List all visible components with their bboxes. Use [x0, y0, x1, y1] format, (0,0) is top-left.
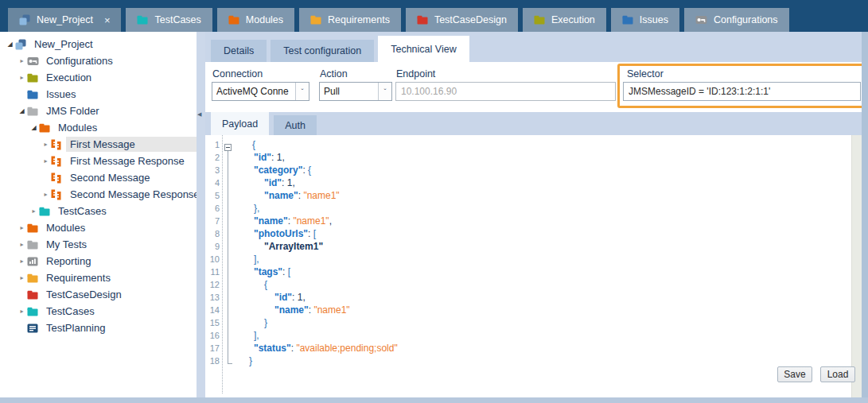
- top-tab-new-project[interactable]: New_Project×: [8, 8, 121, 32]
- code-line[interactable]: "name": "name1": [222, 304, 850, 316]
- code-line[interactable]: }: [222, 316, 850, 329]
- code-line[interactable]: },: [222, 202, 850, 215]
- code-token: }: [264, 317, 267, 328]
- tree-item-second-message-response[interactable]: ▸Second Message Response: [0, 186, 197, 203]
- code-line[interactable]: "status": "available;pending;sold": [222, 342, 850, 355]
- code-line[interactable]: {: [222, 278, 850, 291]
- code-line[interactable]: "category": {: [222, 164, 850, 176]
- payload-code-editor[interactable]: 123456789101112131415161718 {"id": 1,"ca…: [205, 135, 862, 397]
- connection-select[interactable]: ActiveMQ Conne ˇ: [212, 82, 309, 101]
- top-tab-execution[interactable]: Execution: [523, 8, 606, 32]
- collapse-panel-icon[interactable]: ◀: [197, 111, 201, 118]
- tree-collapsed-arrow-icon[interactable]: ▸: [17, 308, 27, 315]
- vertical-scrollbar[interactable]: [851, 135, 862, 397]
- tree-item-first-message[interactable]: ▸First Message: [0, 136, 197, 153]
- tree-item-label: Requirements: [42, 270, 197, 285]
- panel-splitter[interactable]: ◀: [197, 32, 205, 397]
- top-tab-testcasedesign[interactable]: TestCaseDesign: [406, 8, 518, 32]
- tree-collapsed-arrow-icon[interactable]: ▸: [17, 74, 27, 81]
- tree-expanded-arrow-icon[interactable]: ◢: [29, 124, 39, 131]
- code-line[interactable]: "name": "name1",: [222, 215, 850, 227]
- code-line[interactable]: "name": "name1": [222, 189, 850, 202]
- tree-item-configurations[interactable]: ▸Configurations: [0, 52, 197, 69]
- tree-expanded-arrow-icon[interactable]: ◢: [17, 107, 27, 114]
- top-tab-label: Requirements: [328, 14, 390, 25]
- tab-technical-view[interactable]: Technical View: [378, 36, 469, 62]
- tree-item-issues[interactable]: Issues: [0, 86, 197, 103]
- tree-item-my-tests[interactable]: ▸My Tests: [0, 236, 197, 253]
- chevron-down-icon[interactable]: ˇ: [378, 83, 391, 100]
- code-token: :: [271, 152, 277, 163]
- tree-item-modules[interactable]: ◢Modules: [0, 119, 197, 136]
- module-icon: [51, 139, 66, 150]
- top-tab-label: New_Project: [37, 14, 93, 25]
- code-line[interactable]: }: [222, 355, 850, 367]
- tree-item-label: Modules: [54, 120, 197, 135]
- endpoint-input[interactable]: [395, 82, 616, 101]
- top-tab-requirements[interactable]: Requirements: [299, 8, 401, 32]
- code-line[interactable]: "ArrayItem1": [222, 240, 850, 253]
- line-number: 17: [205, 342, 220, 355]
- save-button[interactable]: Save: [777, 366, 812, 382]
- tree-collapsed-arrow-icon[interactable]: ▸: [41, 157, 51, 165]
- top-tab-testcases[interactable]: TestCases: [126, 8, 212, 32]
- code-token: ,: [282, 152, 284, 163]
- tree-item-new-project[interactable]: ◢New_Project: [0, 36, 197, 52]
- tree-collapsed-arrow-icon[interactable]: ▸: [17, 57, 27, 64]
- line-number: 4: [205, 176, 220, 189]
- line-number: 13: [205, 291, 220, 304]
- code-line[interactable]: ],: [222, 253, 850, 265]
- tab-test-configuration[interactable]: Test configuration: [271, 40, 374, 62]
- code-token: "status": [254, 343, 291, 354]
- tab-payload[interactable]: Payload: [211, 112, 269, 135]
- tree-item-execution[interactable]: ▸Execution: [0, 69, 197, 86]
- action-select[interactable]: Pull ˇ: [319, 82, 392, 101]
- selector-input[interactable]: [623, 82, 861, 101]
- fold-collapse-icon[interactable]: [224, 144, 232, 151]
- tree-collapsed-arrow-icon[interactable]: ▸: [17, 274, 27, 281]
- tree-item-reporting[interactable]: ▸Reporting: [0, 253, 197, 269]
- tree-item-requirements[interactable]: ▸Requirements: [0, 269, 197, 286]
- tree-item-testcasedesign[interactable]: TestCaseDesign: [0, 286, 197, 303]
- tree-item-testcases[interactable]: ▸TestCases: [0, 303, 197, 320]
- tree-collapsed-arrow-icon[interactable]: ▸: [17, 224, 27, 231]
- top-tab-issues[interactable]: Issues: [611, 8, 679, 32]
- code-line[interactable]: "id": 1,: [222, 291, 850, 304]
- tree-collapsed-arrow-icon[interactable]: ▸: [29, 207, 39, 215]
- code-line[interactable]: "id": 1,: [222, 151, 850, 164]
- code-line[interactable]: ],: [222, 329, 850, 342]
- tree-item-label: Reporting: [42, 254, 197, 269]
- code-lines[interactable]: {"id": 1,"category": {"id": 1,"name": "n…: [222, 138, 850, 367]
- close-icon[interactable]: ×: [104, 15, 111, 25]
- load-button[interactable]: Load: [820, 366, 855, 382]
- line-number: 14: [205, 304, 220, 316]
- code-token: },: [254, 203, 259, 214]
- tree-collapsed-arrow-icon[interactable]: ▸: [41, 191, 51, 198]
- tree-item-testplanning[interactable]: TestPlanning: [0, 320, 197, 336]
- tree-item-jms-folder[interactable]: ◢JMS Folder: [0, 103, 197, 119]
- code-token: }: [249, 355, 252, 366]
- tree-item-first-message-response[interactable]: ▸First Message Response: [0, 153, 197, 169]
- application-window: New_Project×TestCasesModulesRequirements…: [0, 0, 868, 403]
- top-tab-modules[interactable]: Modules: [217, 8, 294, 32]
- code-token: "name1": [303, 190, 339, 201]
- code-line[interactable]: {: [222, 138, 850, 151]
- top-tab-configurations[interactable]: Configurations: [684, 8, 789, 32]
- tab-details[interactable]: Details: [211, 40, 267, 62]
- tree-item-second-message[interactable]: Second Message: [0, 169, 197, 186]
- tree-item-modules[interactable]: ▸Modules: [0, 219, 197, 236]
- tab-auth[interactable]: Auth: [274, 115, 317, 135]
- line-number: 8: [205, 227, 220, 240]
- tree-item-testcases[interactable]: ▸TestCases: [0, 203, 197, 219]
- chevron-down-icon[interactable]: ˇ: [295, 83, 309, 100]
- tree-collapsed-arrow-icon[interactable]: ▸: [17, 258, 27, 265]
- line-number: 1: [205, 138, 220, 151]
- code-line[interactable]: "id": 1,: [222, 176, 850, 189]
- tree-expanded-arrow-icon[interactable]: ◢: [5, 41, 15, 48]
- tree-collapsed-arrow-icon[interactable]: ▸: [41, 141, 51, 148]
- code-line[interactable]: "tags": [: [222, 265, 850, 278]
- top-tab-label: Modules: [246, 14, 283, 25]
- tree-collapsed-arrow-icon[interactable]: ▸: [17, 241, 27, 248]
- code-line[interactable]: "photoUrls": [: [222, 227, 850, 240]
- top-tab-label: Execution: [551, 14, 595, 25]
